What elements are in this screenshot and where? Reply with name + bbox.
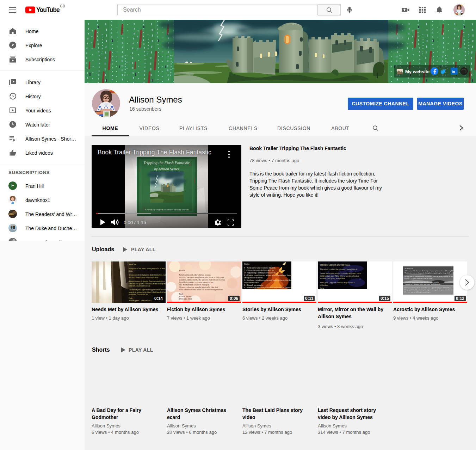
svg-text:Trouble happened to others, ne: Trouble happened to others, never to her… <box>179 281 214 283</box>
svg-text:Ends.: Ends. <box>320 287 324 289</box>
svg-text:I – Involuntary shudders ran t: I – Involuntary shudders ran through Sar… <box>244 279 293 281</box>
svg-text:MIRROR, MIRROR ON THE WALL: MIRROR, MIRROR ON THE WALL <box>320 264 350 266</box>
svg-text:Allison Symes - 20th June 2021: Allison Symes - 20th June 2021 <box>129 300 152 302</box>
svg-text:My website: My website <box>405 69 429 74</box>
svg-text:O – Organising a hitman proved: O – Organising a hitman proved easier th… <box>244 272 277 274</box>
svg-text:In a moment that situation cha: In a moment that situation changed <box>179 284 209 286</box>
svg-text:S – Sentence of death was pron: S – Sentence of death was pronounced and… <box>244 286 295 289</box>
svg-text:think for just once I'd be abl: think for just once I'd be able to see m… <box>320 275 359 277</box>
svg-text:abuse and violence.: abuse and violence. <box>244 282 259 284</box>
svg-text:Irritating her drab neighbours: Irritating her drab neighbours who stuck… <box>179 276 224 278</box>
svg-text:reflection.: reflection. <box>320 284 328 286</box>
svg-text:anticipated she'd ever do.: anticipated she'd ever do. <box>244 277 264 279</box>
svg-text:Fabulous in pink, she whirled: Fabulous in pink, she whirled around. <box>179 274 211 276</box>
svg-text:screaming. Or was that live …: screaming. Or was that live … <box>129 293 150 295</box>
svg-text:Ends.: Ends. <box>129 297 132 299</box>
svg-text:It crept out of the hostel, ha: It crept out of the hostel, having had i… <box>129 267 166 270</box>
svg-text:without glass going everywhere: without glass going everywhere. <box>320 277 346 279</box>
svg-text:The mirror cracked the moment: The mirror cracked the moment I peered i… <box>320 268 358 270</box>
svg-text:It was good of the humans to m: It was good of the humans to make themse… <box>129 274 166 276</box>
svg-text:Oh my… dancing straight into t: Oh my… dancing straight into traffic lik… <box>179 286 218 288</box>
svg-text:Instinct made her look around: Instinct made her look around to see a g… <box>404 287 451 289</box>
svg-text:Carefree, unlike them, she ign: Carefree, unlike them, she ignored their… <box>179 279 225 281</box>
svg-text:YouTube: YouTube <box>36 6 60 13</box>
svg-text:R – Risking everything as a wi: R – Risking everything as a witness was … <box>244 274 291 276</box>
svg-text:until then I roam and feast on: until then I roam and feast on. <box>129 285 150 287</box>
svg-text:Fiction: Fiction <box>179 270 185 272</box>
svg-text:I never have liked mirrors. I: I never have liked mirrors. It always ha… <box>320 272 361 275</box>
svg-text:Needs Met: Needs Met <box>129 263 137 265</box>
svg-text:C… her way of talking was gett: C… her way of talking was getting… <box>404 291 431 293</box>
svg-text:13th June 2021: 13th June 2021 <box>179 298 192 300</box>
svg-text:someone will spot me for what: someone will spot me for what I am and d… <box>129 283 166 285</box>
svg-text:T – Today she would deal with: T – Today she would deal with Rob for … <box>244 269 276 271</box>
svg-text:were of no interest to the thi: were of no interest to the thing. It had… <box>129 291 166 293</box>
svg-text:Allison Symes: Allison Symes <box>179 295 192 297</box>
svg-text:Ends: Ends <box>179 293 184 295</box>
svg-text:The flashing blue lights that: The flashing blue lights that stopped ou… <box>129 289 166 291</box>
svg-text:drink.: drink. <box>129 270 133 272</box>
svg-text:Oh my… I guess I'd better call: Oh my… I guess I'd better call the cops. <box>404 278 433 279</box>
svg-text:S – Sarah knew today would be: S – Sarah knew today would be different. <box>244 267 276 269</box>
svg-text:like that. Sleeping prey made: like that. Sleeping prey made its job ea… <box>129 276 159 278</box>
svg-text:ACROSTIC: ACROSTIC <box>404 267 413 269</box>
svg-text:Almost too easy, it thought. O: Almost too easy, it thought. One day som… <box>129 280 165 282</box>
svg-text:E – Enough was enough.: E – Enough was enough. <box>244 284 263 286</box>
svg-text:Shouldn't have gone home the o: Shouldn't have gone home the other way t… <box>404 281 439 283</box>
svg-text:Now on the national news for a: Now on the national news for all the wro… <box>179 289 223 291</box>
svg-text:Stories: Stories <box>244 263 249 265</box>
svg-text:Allison stumbled across the bo: Allison stumbled across the body on her … <box>404 270 456 272</box>
svg-text:in: in <box>452 70 455 74</box>
svg-text:Mind you, I suppose it would h: Mind you, I suppose it would help if I h… <box>320 282 355 284</box>
